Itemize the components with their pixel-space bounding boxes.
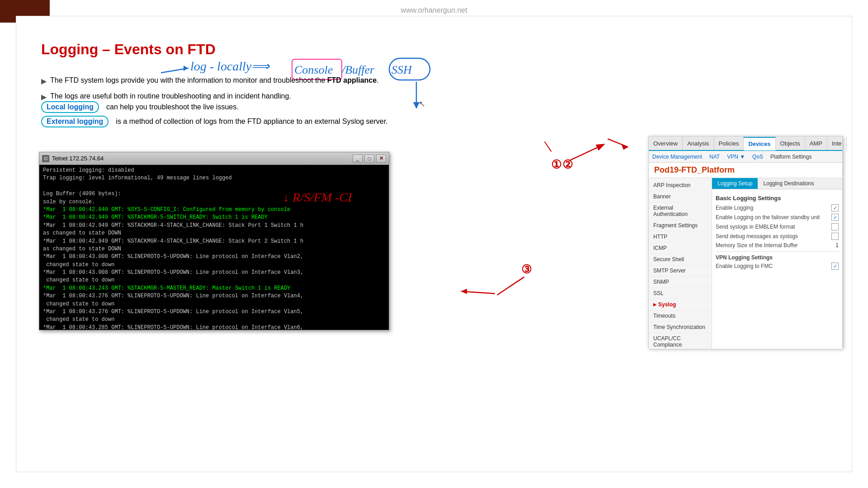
terminal-line-20: *Mar 1 08:00:43.285 GMT: %LINEPROTO-5-UP… <box>43 324 385 330</box>
fmc-sidebar-ssh[interactable]: Secure Shell <box>649 254 712 265</box>
fmc-sidebar-ssl[interactable]: SSL <box>649 288 712 299</box>
fmc-buffer-size-row: Memory Size of the Internal Buffer 1 <box>716 242 839 249</box>
fmc-tab-logging-setup[interactable]: Logging Setup <box>712 178 758 189</box>
fmc-nav-analysis[interactable]: Analysis <box>683 136 714 150</box>
fmc-device-name: Pod19-FTD_Platform <box>654 165 735 174</box>
external-logging-label: External logging <box>41 116 108 127</box>
svg-text:②: ② <box>562 158 573 171</box>
svg-rect-6 <box>389 58 430 80</box>
fmc-settings-content: Basic Logging Settings Enable Logging ✓ … <box>712 189 842 276</box>
fmc-subnav-qos[interactable]: QoS <box>750 153 765 161</box>
terminal-line-9: *Mar 1 08:00:42.949 GMT: %STACKMGR-4-STA… <box>43 238 385 245</box>
terminal-line-12: changed state to down <box>43 261 385 269</box>
terminal-line-6: *Mar 1 08:00:42.949 GMT: %STACKMGR-5-SWI… <box>43 214 385 221</box>
svg-line-14 <box>569 145 603 160</box>
svg-marker-21 <box>621 144 628 150</box>
fmc-divider <box>716 251 839 252</box>
fmc-body: ARP Inspection Banner External Authentic… <box>649 178 842 349</box>
terminal-controls[interactable]: _ □ ✕ <box>353 155 386 163</box>
terminal-content: Persistent logging: disabled Trap loggin… <box>39 165 389 330</box>
terminal-line-2: Trap logging: level informational, 49 me… <box>43 174 385 182</box>
terminal-line-16: *Mar 1 08:00:43.276 GMT: %LINEPROTO-5-UP… <box>43 292 385 300</box>
terminal-close-button[interactable]: ✕ <box>376 155 386 163</box>
fmc-subnav-vpn[interactable]: VPN ▼ <box>725 153 747 161</box>
svg-text:①: ① <box>551 158 561 171</box>
fmc-buffer-size-label: Memory Size of the Internal Buffer <box>716 242 834 249</box>
local-logging-desc: can help you troubleshoot the live issue… <box>106 103 239 111</box>
svg-line-15 <box>461 291 495 294</box>
terminal-line-15: *Mar 1 08:00:43.243 GMT: %STACKMGR-5-MAS… <box>43 285 385 292</box>
terminal-line-14: changed state to down <box>43 277 385 284</box>
fmc-sidebar-ext-auth[interactable]: External Authentication <box>649 202 712 220</box>
fmc-emblem-label: Send syslogs in EMBLEM format <box>716 224 831 230</box>
fmc-sidebar-fragment[interactable]: Fragment Settings <box>649 220 712 231</box>
svg-text:↖: ↖ <box>419 99 425 108</box>
fmc-sidebar-icmp[interactable]: ICMP <box>649 243 712 254</box>
fmc-debug-check[interactable] <box>831 233 839 240</box>
fmc-panel: Overview Analysis Policies Devices Objec… <box>648 136 843 348</box>
terminal-line-blank <box>43 183 385 190</box>
terminal-maximize-button[interactable]: □ <box>364 155 374 163</box>
fmc-sidebar-snmp[interactable]: SNMP <box>649 277 712 288</box>
fmc-sidebar-smtp[interactable]: SMTP Server <box>649 265 712 277</box>
svg-text:log - locally⟹: log - locally⟹ <box>190 59 270 73</box>
fmc-nav-overview[interactable]: Overview <box>649 136 683 150</box>
fmc-debug-row: Send debug messages as syslogs <box>716 233 839 240</box>
bullet-arrow-1: ▶ <box>41 75 47 88</box>
watermark: www.orhanergun.net <box>401 6 467 14</box>
fmc-main-content: Logging Setup Logging Destinations Basic… <box>712 178 842 349</box>
fmc-tab-logging-dest[interactable]: Logging Destinations <box>758 178 819 189</box>
fmc-debug-label: Send debug messages as syslogs <box>716 233 831 239</box>
fmc-enable-logging-row: Enable Logging ✓ <box>716 204 839 211</box>
terminal-minimize-button[interactable]: _ <box>353 155 363 163</box>
fmc-vpn-fmc-label: Enable Logging to FMC <box>716 263 831 269</box>
terminal-line-17: changed state to down <box>43 300 385 308</box>
fmc-nav-inte[interactable]: Inte <box>827 136 847 150</box>
terminal-line-5: *Mar 1 08:00:42.840 GMT: %SYS-5-CONFIG_I… <box>43 206 385 214</box>
fmc-nav-policies[interactable]: Policies <box>714 136 744 150</box>
fmc-vpn-fmc-row: Enable Logging to FMC ✓ <box>716 263 839 270</box>
fmc-nav-devices[interactable]: Devices <box>744 137 775 150</box>
fmc-enable-logging-check[interactable]: ✓ <box>831 204 839 211</box>
fmc-subnav: Device Management NAT VPN ▼ QoS Platform… <box>649 151 842 163</box>
fmc-failover-logging-row: Enable Logging on the failover standby u… <box>716 214 839 221</box>
fmc-subnav-platform[interactable]: Platform Settings <box>769 153 813 161</box>
terminal-window: ⊡ Telnet 172.25.74.64 _ □ ✕ Persistent l… <box>39 152 389 330</box>
fmc-sidebar-http[interactable]: HTTP <box>649 231 712 243</box>
fmc-sidebar-syslog[interactable]: Syslog <box>649 299 712 310</box>
fmc-nav-objects[interactable]: Objects <box>776 136 805 150</box>
svg-line-20 <box>608 139 628 147</box>
external-logging-desc: is a method of collection of logs from t… <box>116 117 387 126</box>
terminal-line-8: as changed to state DOWN <box>43 230 385 237</box>
fmc-sidebar-ucapl[interactable]: UCAPL/CC Compliance <box>649 333 712 351</box>
fmc-emblem-check[interactable] <box>831 223 839 230</box>
svg-marker-1 <box>184 66 188 71</box>
external-logging-row: External logging is a method of collecti… <box>41 116 388 127</box>
fmc-subnav-device-mgmt[interactable]: Device Management <box>651 153 704 161</box>
fmc-sidebar-time-sync[interactable]: Time Synchronization <box>649 322 712 333</box>
fmc-buffer-size-value: 1 <box>835 242 839 249</box>
fmc-sidebar-timeouts[interactable]: Timeouts <box>649 310 712 322</box>
terminal-line-7: *Mar 1 08:00:42.949 GMT: %STACKMGR-4-STA… <box>43 222 385 230</box>
fmc-vpn-fmc-check[interactable]: ✓ <box>831 263 839 270</box>
fmc-sidebar-banner[interactable]: Banner <box>649 191 712 202</box>
fmc-basic-logging-title: Basic Logging Settings <box>716 195 839 202</box>
svg-line-18 <box>497 277 524 295</box>
terminal-line-13: *Mar 1 08:00:43.008 GMT: %LINEPROTO-5-UP… <box>43 269 385 277</box>
fmc-tab-bar: Logging Setup Logging Destinations <box>712 178 842 189</box>
fmc-topnav: Overview Analysis Policies Devices Objec… <box>649 136 842 151</box>
svg-text:③: ③ <box>521 263 532 276</box>
terminal-title: Telnet 172.25.74.64 <box>52 155 104 162</box>
terminal-icon: ⊡ <box>42 155 49 162</box>
fmc-sidebar-arp[interactable]: ARP Inspection <box>649 180 712 191</box>
fmc-subnav-nat[interactable]: NAT <box>708 153 722 161</box>
svg-line-0 <box>161 68 188 73</box>
local-logging-label: Local logging <box>41 101 99 113</box>
fmc-failover-logging-check[interactable]: ✓ <box>831 214 839 221</box>
bullet-text-1: The FTD system logs provide you with the… <box>50 74 379 87</box>
terminal-line-10: as changed to state DOWN <box>43 245 385 253</box>
terminal-line-4: sole by console. <box>43 198 385 206</box>
terminal-line-19: changed state to down <box>43 316 385 324</box>
fmc-device-title: Pod19-FTD_Platform <box>649 163 842 178</box>
fmc-nav-amp[interactable]: AMP <box>805 136 827 150</box>
